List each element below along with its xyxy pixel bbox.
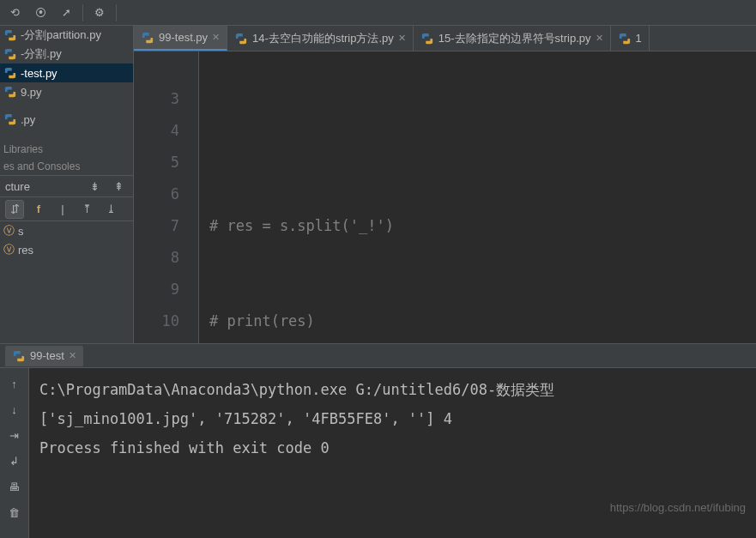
code-body[interactable]: # res = s.split('_!') # print(res) s = "… [199,51,560,343]
struct-label: res [18,244,33,257]
variable-icon: ⓥ [3,223,15,239]
console-header: 99-test ✕ [0,344,756,368]
gear-icon[interactable]: ⚙ [90,3,109,22]
tab[interactable]: 1 [611,26,650,51]
close-icon[interactable]: ✕ [596,33,603,44]
python-file-icon [141,31,154,45]
console-tab[interactable]: 99-test ✕ [5,346,83,366]
libraries-section[interactable]: Libraries [0,141,133,158]
file-label: -分割partition.py [21,27,101,43]
project-sidebar: -分割partition.py -分割.py -test.py 9.py .py… [0,26,134,343]
print-icon[interactable]: 🖶 [6,478,23,495]
python-file-icon [3,28,17,42]
python-file-icon [3,112,17,126]
editor-area: 99-test.py ✕ 14-去空白功能的strip方法.py ✕ 15-去除… [134,26,756,343]
export-icon[interactable]: ⇥ [6,426,23,444]
structure-toolbar: ⇵ f | ⤒ ⤓ [0,197,133,221]
structure-label: cture [5,180,30,193]
separator-icon: | [53,200,72,219]
structure-item[interactable]: ⓥ s [0,221,133,240]
fields-filter-icon[interactable]: f [29,200,48,219]
python-file-icon [3,47,17,61]
tab-label: 15-去除指定的边界符号strip.py [438,31,591,46]
structure-item[interactable]: ⓥ res [0,240,133,259]
variable-icon: ⓥ [3,242,15,257]
python-file-icon [234,32,248,45]
struct-label: s [18,225,24,238]
python-file-icon [3,66,17,80]
main-area: -分割partition.py -分割.py -test.py 9.py .py… [0,26,756,343]
python-file-icon [420,32,434,45]
file-node[interactable]: .py [0,110,133,129]
up-arrow-icon[interactable]: ↑ [6,375,23,392]
autoscroll-icon[interactable]: ⤒ [77,200,96,219]
file-label: -分割.py [21,46,62,62]
file-node[interactable]: -分割partition.py [0,26,133,45]
close-icon[interactable]: ✕ [69,350,76,361]
divider [116,4,117,21]
file-label: .py [21,113,35,126]
file-node[interactable]: -分割.py [0,45,133,63]
target-icon[interactable]: ⦿ [31,3,50,22]
trash-icon[interactable]: 🗑 [6,504,23,521]
tab-label: 1 [636,32,642,45]
sort-icon[interactable]: ⇵ [5,200,24,219]
file-node-selected[interactable]: -test.py [0,63,133,82]
file-node[interactable]: 9.py [0,82,133,101]
collapse-icon[interactable]: ⇟ [85,177,104,196]
close-icon[interactable]: ✕ [212,32,220,43]
tab-active[interactable]: 99-test.py ✕ [134,26,227,51]
tab[interactable]: 14-去空白功能的strip方法.py ✕ [227,26,414,51]
code-editor[interactable]: 3 4 5 6 7 8 9 10 11 # res = s.split('_!'… [134,51,756,343]
console-side-toolbar: ↑ ↓ ⇥ ↲ 🖶 🗑 [0,368,29,538]
console-tab-label: 99-test [30,349,64,362]
tab-label: 14-去空白功能的strip方法.py [252,31,394,46]
editor-tabs: 99-test.py ✕ 14-去空白功能的strip方法.py ✕ 15-去除… [134,26,756,51]
structure-header: cture ⇟ ⇞ [0,175,133,197]
file-label: -test.py [21,67,57,80]
python-file-icon [618,32,632,45]
file-label: 9.py [21,86,42,99]
python-file-icon [12,349,26,363]
expand-icon[interactable]: ⇞ [109,177,128,196]
consoles-section[interactable]: es and Consoles [0,158,133,175]
line-gutter: 3 4 5 6 7 8 9 10 11 [134,51,199,343]
autoscroll2-icon[interactable]: ⤓ [101,200,120,219]
close-icon[interactable]: ✕ [398,33,406,44]
sync-icon[interactable]: ⟲ [5,3,24,22]
down-arrow-icon[interactable]: ↓ [6,401,23,418]
main-toolbar: ⟲ ⦿ ➚ ⚙ [0,0,756,26]
python-file-icon [3,85,17,99]
arrow-icon[interactable]: ➚ [57,3,76,22]
watermark: https://blog.csdn.net/ifubing [610,501,746,514]
tab-label: 99-test.py [159,31,208,44]
divider [82,4,83,21]
wrap-icon[interactable]: ↲ [6,452,23,469]
tab[interactable]: 15-去除指定的边界符号strip.py ✕ [414,26,611,51]
